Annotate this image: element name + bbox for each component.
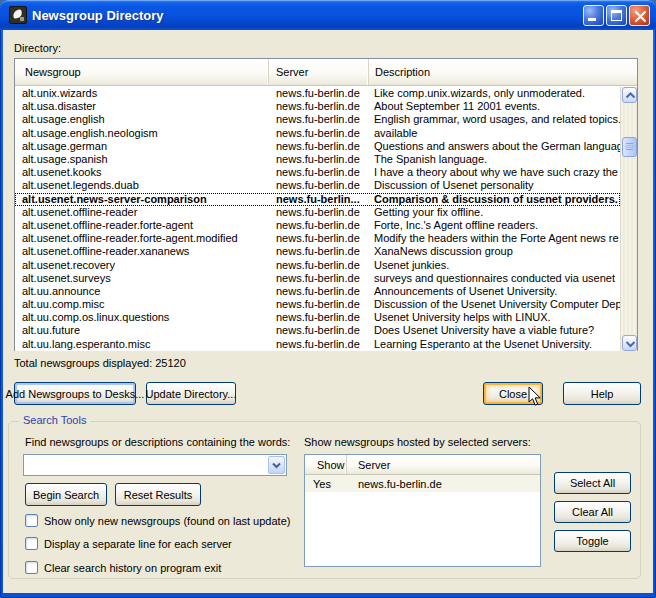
table-row[interactable]: alt.usage.spanishnews.fu-berlin.deThe Sp…: [15, 153, 620, 166]
checkbox-box[interactable]: [25, 561, 38, 574]
column-header-server[interactable]: Server: [347, 455, 540, 474]
table-row[interactable]: alt.usenet.offline-reader.forte-agentnew…: [15, 219, 620, 232]
table-row[interactable]: alt.usa.disasternews.fu-berlin.deAbout S…: [15, 100, 620, 113]
table-row[interactable]: alt.usenet.offline-reader.forte-agent.mo…: [15, 232, 620, 245]
cell-desc: Getting your fix offline.: [369, 206, 620, 219]
cell-desc: Like comp.unix.wizards, only unmoderated…: [369, 87, 620, 100]
newsgroup-table: Newsgroup Server Description alt.unix.wi…: [14, 58, 638, 351]
title-bar[interactable]: Newsgroup Directory: [0, 0, 656, 30]
search-combo[interactable]: [23, 454, 287, 476]
cell-server: news.fu-berlin.de: [269, 113, 369, 126]
search-tools-group: Search Tools Find newsgroups or descript…: [8, 421, 641, 579]
find-words-label: Find newsgroups or descriptions containi…: [25, 436, 290, 448]
table-row[interactable]: alt.uu.lang.esperanto.miscnews.fu-berlin…: [15, 338, 620, 351]
cell-newsgroup: alt.usenet.offline-reader.forte-agent: [15, 219, 269, 232]
column-header-server[interactable]: Server: [269, 59, 369, 85]
table-row[interactable]: alt.usage.germannews.fu-berlin.deQuestio…: [15, 140, 620, 153]
server-row[interactable]: Yesnews.fu-berlin.de: [305, 475, 540, 492]
cell-desc: Usenet University helps with LINUX.: [369, 311, 620, 324]
cell-desc: Learning Esperanto at the Usenet Univers…: [369, 338, 620, 351]
table-row[interactable]: alt.usenet.recoverynews.fu-berlin.deUsen…: [15, 258, 620, 271]
cell-desc: Announcements of Usenet University.: [369, 285, 620, 298]
close-window-button[interactable]: [629, 5, 650, 26]
dialog-body: Directory: Newsgroup Server Description …: [3, 30, 653, 593]
checkbox-clear-history[interactable]: Clear search history on program exit: [25, 561, 221, 574]
cell-desc: available: [369, 127, 620, 140]
table-body: alt.unix.wizardsnews.fu-berlin.deLike co…: [15, 87, 620, 351]
total-newsgroups-label: Total newsgroups displayed: 25120: [14, 357, 186, 369]
cell-newsgroup: alt.uu.lang.esperanto.misc: [15, 338, 269, 351]
cell-desc: Comparison & discussion of usenet provid…: [369, 193, 620, 206]
checkbox-box[interactable]: [25, 537, 38, 550]
toggle-button[interactable]: Toggle: [554, 530, 631, 552]
cell-newsgroup: alt.usenet.offline-reader.xananews: [15, 245, 269, 258]
add-newsgroups-button[interactable]: Add Newsgroups to Desks...: [14, 382, 136, 405]
cell-server: news.fu-berlin.de: [269, 153, 369, 166]
combo-dropdown-button[interactable]: [268, 456, 285, 474]
server-list-header: Show Server: [305, 455, 540, 475]
cell-server: news.fu-berlin.de: [269, 232, 369, 245]
newsgroup-directory-window: Newsgroup Directory Directory: Newsgroup…: [0, 0, 656, 598]
clear-all-button[interactable]: Clear All: [554, 501, 631, 523]
cell-server: news.fu-berlin.de: [269, 127, 369, 140]
cell-server: news.fu-berlin.de: [269, 324, 369, 337]
vertical-scrollbar[interactable]: [620, 87, 637, 351]
begin-search-button[interactable]: Begin Search: [25, 483, 107, 506]
table-row[interactable]: alt.usenet.offline-reader.xananewsnews.f…: [15, 245, 620, 258]
minimize-icon: [588, 18, 596, 21]
update-directory-button[interactable]: Update Directory...: [146, 382, 236, 405]
select-all-button[interactable]: Select All: [554, 472, 631, 494]
cell-show: Yes: [305, 478, 347, 490]
cell-desc: Does Usenet University have a viable fut…: [369, 324, 620, 337]
scrollbar-up-button[interactable]: [622, 87, 637, 103]
cell-server: news.fu-berlin.de: [269, 179, 369, 192]
close-icon: [634, 10, 647, 23]
cell-newsgroup: alt.usenet.offline-reader: [15, 206, 269, 219]
cell-desc: English grammar, word usages, and relate…: [369, 113, 620, 126]
cell-server: news.fu-berlin.de: [269, 166, 369, 179]
cell-desc: Questions and answers about the German l…: [369, 140, 620, 153]
chevron-up-icon: [625, 92, 636, 100]
table-row[interactable]: alt.uu.futurenews.fu-berlin.deDoes Usene…: [15, 324, 620, 337]
help-button[interactable]: Help: [563, 382, 641, 405]
table-row[interactable]: alt.uu.comp.os.linux.questionsnews.fu-be…: [15, 311, 620, 324]
column-header-description[interactable]: Description: [369, 59, 637, 85]
cell-desc: Modify the headers within the Forte Agen…: [369, 232, 620, 245]
servers-label: Show newsgroups hosted by selected serve…: [304, 436, 531, 448]
column-header-show[interactable]: Show: [305, 455, 347, 474]
cell-desc: Discussion of the Usenet University Comp…: [369, 298, 620, 311]
table-row[interactable]: alt.usage.englishnews.fu-berlin.deEnglis…: [15, 113, 620, 126]
scrollbar-thumb[interactable]: [622, 137, 637, 157]
table-row[interactable]: alt.uu.announcenews.fu-berlin.deAnnounce…: [15, 285, 620, 298]
cell-server: news.fu-berlin.de: [269, 272, 369, 285]
table-row[interactable]: alt.usenet.surveysnews.fu-berlin.desurve…: [15, 272, 620, 285]
column-header-newsgroup[interactable]: Newsgroup: [15, 59, 269, 85]
table-row[interactable]: alt.usage.english.neologismnews.fu-berli…: [15, 127, 620, 140]
cell-desc: Usenet junkies.: [369, 259, 620, 272]
checkbox-show-only-new[interactable]: Show only new newsgroups (found on last …: [25, 514, 290, 527]
cell-newsgroup: alt.usenet.offline-reader.forte-agent.mo…: [15, 232, 269, 245]
checkbox-label: Show only new newsgroups (found on last …: [44, 515, 290, 527]
table-row-selected[interactable]: alt.usenet.news-server-comparisonnews.fu…: [15, 193, 620, 206]
search-input[interactable]: [24, 455, 267, 475]
cell-newsgroup: alt.usenet.recovery: [15, 259, 269, 272]
cell-server: news.fu-berlin.de: [269, 311, 369, 324]
table-row[interactable]: alt.uu.comp.miscnews.fu-berlin.deDiscuss…: [15, 298, 620, 311]
minimize-button[interactable]: [583, 5, 604, 26]
cell-server: news.fu-berlin.de: [269, 338, 369, 351]
cell-server: news.fu-berlin.de: [269, 140, 369, 153]
table-row[interactable]: alt.usenet.kooksnews.fu-berlin.deI have …: [15, 166, 620, 179]
scrollbar-down-button[interactable]: [622, 335, 637, 351]
cell-newsgroup: alt.usenet.kooks: [15, 166, 269, 179]
checkbox-separate-line[interactable]: Display a separate line for each server: [25, 537, 232, 550]
cell-server: news.fu-berlin.de: [269, 259, 369, 272]
cell-newsgroup: alt.usage.english.neologism: [15, 127, 269, 140]
table-row[interactable]: alt.usenet.offline-readernews.fu-berlin.…: [15, 206, 620, 219]
close-button[interactable]: Close: [483, 382, 543, 405]
maximize-icon: [611, 10, 622, 21]
reset-results-button[interactable]: Reset Results: [115, 483, 201, 506]
checkbox-box[interactable]: [25, 514, 38, 527]
maximize-button[interactable]: [606, 5, 627, 26]
table-row[interactable]: alt.usenet.legends.duabnews.fu-berlin.de…: [15, 179, 620, 192]
table-row[interactable]: alt.unix.wizardsnews.fu-berlin.deLike co…: [15, 87, 620, 100]
